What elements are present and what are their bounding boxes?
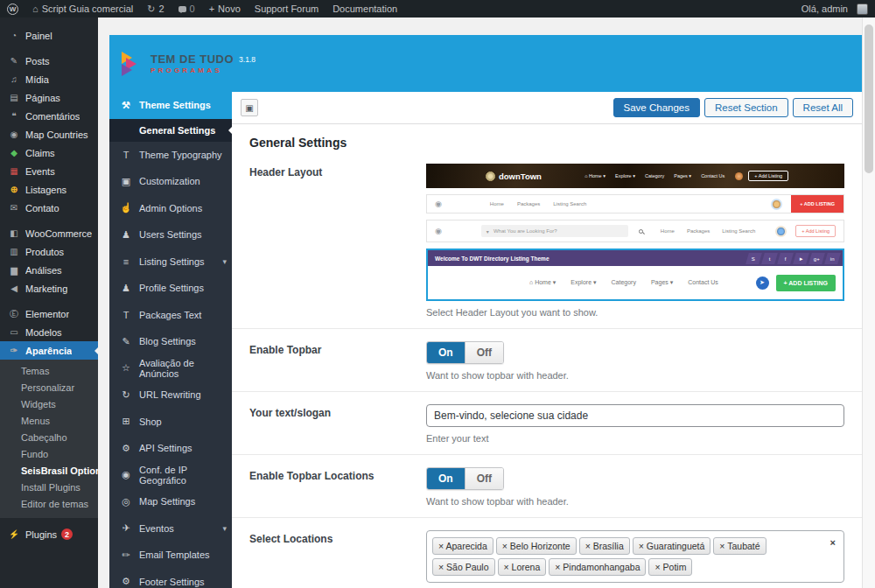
locations-multiselect[interactable]: × Aparecida× Belo Horizonte× Brasília× G… bbox=[426, 530, 844, 583]
menu-icon: ▦ bbox=[7, 166, 21, 176]
location-tag[interactable]: × Belo Horizonte bbox=[496, 537, 577, 555]
theme-menu-item[interactable]: ✈ Eventos ▾ bbox=[109, 515, 232, 542]
sidebar-group-appearance: Ⓔ Elementor ▭ Modelos ✑ Aparência bbox=[0, 298, 98, 360]
theme-menu-item[interactable]: ↻ URL Rewriting bbox=[109, 382, 232, 409]
sidebar-item[interactable]: ◆ Claims bbox=[0, 144, 98, 162]
theme-menu-icon: ✏ bbox=[118, 550, 134, 561]
sidebar-item[interactable]: ♫ Mídia bbox=[0, 70, 98, 88]
theme-menu-item[interactable]: ◎ Map Settings bbox=[109, 488, 232, 515]
submenu-item[interactable]: Temas bbox=[0, 363, 98, 380]
sidebar-item[interactable]: ▦ Events bbox=[0, 162, 98, 180]
theme-menu-item[interactable]: ≡ Listing Settings ▾ bbox=[109, 248, 232, 276]
theme-menu-item[interactable]: ⚙ Footer Settings bbox=[109, 569, 232, 588]
reset-all-button[interactable]: Reset All bbox=[793, 98, 853, 117]
toggle-on-button[interactable]: On bbox=[427, 342, 465, 363]
support-forum-label: Support Forum bbox=[255, 4, 318, 14]
toggle-off-button[interactable]: Off bbox=[465, 342, 503, 363]
documentation-link[interactable]: Documentation bbox=[326, 0, 404, 18]
theme-menu-item[interactable]: ♟ Profile Settings bbox=[109, 275, 232, 302]
location-tag[interactable]: × Lorena bbox=[498, 558, 547, 576]
theme-menu-item[interactable]: General Settings bbox=[109, 119, 232, 142]
site-link[interactable]: ⌂ Script Guia comercial bbox=[25, 0, 140, 18]
theme-menu-item[interactable]: ▣ Customization bbox=[109, 168, 232, 195]
new-label: Novo bbox=[218, 4, 241, 14]
theme-menu-label: Eventos bbox=[139, 523, 174, 534]
sidebar-item[interactable]: ◔ Painel bbox=[0, 26, 98, 45]
sidebar-item[interactable]: ▥ Produtos bbox=[0, 242, 98, 261]
wp-logo-menu[interactable]: W bbox=[0, 0, 25, 18]
header-layout-option-1[interactable]: downTown ⌂ Home ▾Explore ▾CategoryPages … bbox=[426, 164, 844, 188]
topbar-welcome-text: Welcome To DWT Directory Listing Theme bbox=[435, 256, 550, 262]
avatar bbox=[775, 226, 787, 237]
location-tag[interactable]: × Guaratinguetá bbox=[633, 537, 711, 555]
sidebar-item-plugins[interactable]: ⚡ Plugins 2 bbox=[0, 525, 98, 543]
menu-label: Modelos bbox=[25, 327, 62, 338]
sidebar-item[interactable]: ▤ Páginas bbox=[0, 88, 98, 107]
theme-menu-item[interactable]: ⚙ API Settings bbox=[109, 435, 232, 462]
sidebar-item[interactable]: ▆ Análises bbox=[0, 261, 98, 279]
toggle-off-button[interactable]: Off bbox=[465, 468, 503, 489]
header-layout-option-2[interactable]: ◉ HomePackagesListing Search + ADD LISTI… bbox=[426, 194, 844, 214]
submenu-item[interactable]: Install Plugins bbox=[0, 480, 98, 496]
theme-menu-item[interactable]: ♟ Users Settings bbox=[109, 221, 232, 248]
submenu-item[interactable]: Cabeçalho bbox=[0, 430, 98, 446]
save-changes-button[interactable]: Save Changes bbox=[613, 98, 700, 117]
support-forum-link[interactable]: Support Forum bbox=[248, 0, 326, 18]
sidebar-item[interactable]: ✎ Posts bbox=[0, 52, 98, 70]
theme-menu-item[interactable]: ⚒ Theme Settings bbox=[109, 92, 232, 119]
slogan-input[interactable] bbox=[426, 404, 844, 427]
sidebar-item[interactable]: ◧ WooCommerce bbox=[0, 224, 98, 242]
scrollbar-thumb[interactable] bbox=[864, 24, 873, 173]
theme-menu-item[interactable]: ◉ Conf. de IP Geográfico bbox=[109, 462, 232, 489]
menu-icon: ⊕ bbox=[7, 185, 21, 194]
header-layout-option-3[interactable]: ◉ ▾ What You are Looking For? HomePackag… bbox=[426, 220, 844, 242]
sidebar-item[interactable]: ◀ Marketing bbox=[0, 279, 98, 298]
nav-link: ⌂ Home ▾ bbox=[584, 173, 606, 178]
theme-menu-item[interactable]: ✏ Email Templates bbox=[109, 542, 232, 569]
submenu-item[interactable]: Editor de temas bbox=[0, 496, 98, 513]
menu-label: Elementor bbox=[25, 309, 69, 319]
theme-menu-item[interactable]: T Theme Typography bbox=[109, 142, 232, 169]
location-tag[interactable]: × São Paulo bbox=[432, 558, 495, 576]
location-tag[interactable]: × Potim bbox=[648, 558, 692, 576]
sidebar-item[interactable]: ✑ Aparência bbox=[0, 341, 98, 360]
sidebar-item[interactable]: ❝ Comentários bbox=[0, 107, 98, 125]
theme-menu-item[interactable]: ☆ Avaliação de Anúncios bbox=[109, 355, 232, 382]
sidebar-item[interactable]: ◉ Map Countries bbox=[0, 125, 98, 144]
page-scrollbar[interactable] bbox=[862, 18, 875, 588]
nav-link: Home bbox=[490, 201, 504, 206]
submenu-item[interactable]: Widgets bbox=[0, 396, 98, 413]
theme-menu-item[interactable]: T Packages Text bbox=[109, 302, 232, 329]
submenu-item[interactable]: Fundo bbox=[0, 446, 98, 463]
theme-menu-label: Users Settings bbox=[139, 229, 202, 240]
reset-section-button[interactable]: Reset Section bbox=[704, 98, 788, 117]
sidebar-item[interactable]: ✉ Contato bbox=[0, 199, 98, 217]
sidebar-item[interactable]: ▭ Modelos bbox=[0, 323, 98, 341]
location-tag[interactable]: × Aparecida bbox=[432, 537, 494, 555]
theme-menu-item[interactable]: ⊞ Shop bbox=[109, 409, 232, 436]
account-menu[interactable]: Olá, admin bbox=[794, 4, 875, 15]
theme-menu-item[interactable]: ☝ Admin Options bbox=[109, 195, 232, 222]
theme-menu-icon: T bbox=[118, 150, 134, 160]
sidebar-item[interactable]: ⊕ Listagens bbox=[0, 180, 98, 199]
preview-search-box: ▾ What You are Looking For? bbox=[481, 225, 628, 237]
location-tag[interactable]: × Pindamonhangaba bbox=[549, 558, 646, 576]
location-tag[interactable]: × Brasília bbox=[579, 537, 630, 555]
submenu-item[interactable]: Menus bbox=[0, 413, 98, 430]
toggle-on-button[interactable]: On bbox=[427, 468, 465, 489]
submenu-item[interactable]: SeisBrasil Options bbox=[0, 463, 98, 480]
menu-label: Listagens bbox=[25, 185, 66, 195]
new-content-button[interactable]: + Novo bbox=[202, 0, 248, 18]
setting-label: Header Layout bbox=[249, 164, 426, 318]
comments-button[interactable]: 0 bbox=[172, 0, 202, 18]
header-layout-option-4-selected[interactable]: Welcome To DWT Directory Listing Theme S… bbox=[426, 248, 844, 301]
updates-button[interactable]: ↻ 2 bbox=[140, 0, 171, 18]
menu-label: Produtos bbox=[25, 247, 64, 257]
expand-options-button[interactable]: ▣ bbox=[241, 99, 258, 116]
location-tag[interactable]: × Taubaté bbox=[713, 537, 766, 555]
theme-menu-item[interactable]: ✎ Blog Settings bbox=[109, 328, 232, 355]
submenu-item[interactable]: Personalizar bbox=[0, 380, 98, 396]
clear-all-icon[interactable]: × bbox=[830, 537, 836, 548]
sidebar-item[interactable]: Ⓔ Elementor bbox=[0, 304, 98, 323]
wordpress-logo-icon: W bbox=[7, 4, 18, 15]
